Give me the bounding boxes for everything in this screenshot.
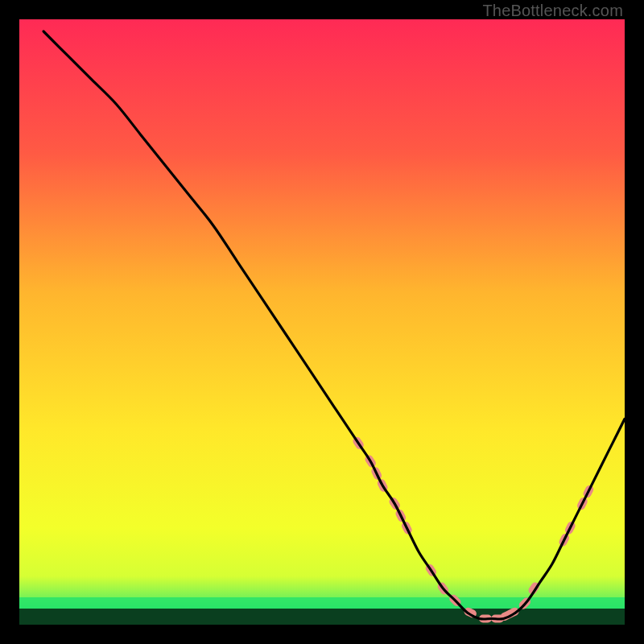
dark-green-band bbox=[19, 609, 625, 625]
green-band bbox=[19, 597, 625, 609]
gradient-background bbox=[19, 19, 625, 625]
bottleneck-chart bbox=[19, 19, 625, 625]
chart-frame bbox=[19, 19, 625, 625]
watermark-text: TheBottleneck.com bbox=[482, 2, 623, 20]
